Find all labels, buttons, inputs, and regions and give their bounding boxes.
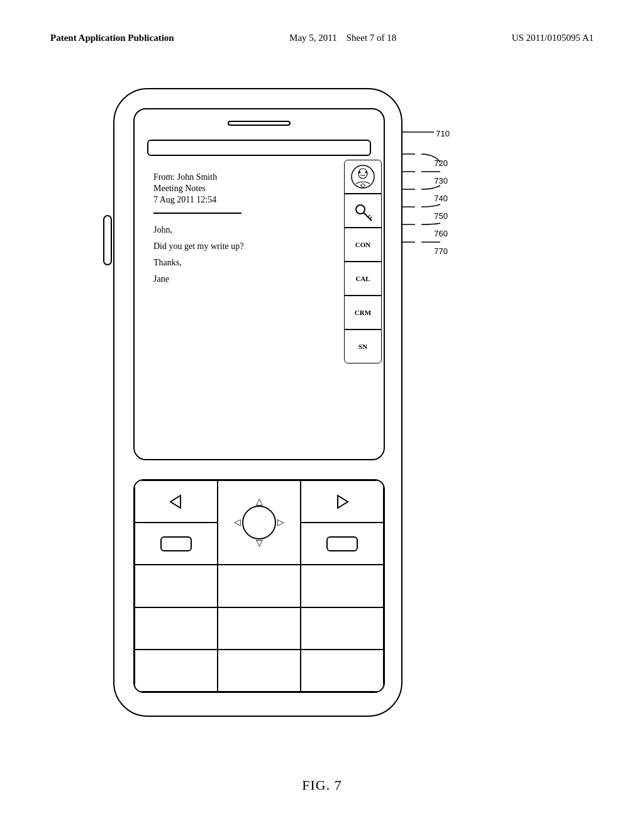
email-from: From: John Smith <box>153 172 317 182</box>
con-label: CON <box>355 241 370 248</box>
key-5-2[interactable] <box>218 650 301 692</box>
key-3-1[interactable] <box>135 565 218 607</box>
avatar-icon-cell[interactable] <box>344 160 382 194</box>
dpad-up-arrow: △ <box>256 497 263 506</box>
dpad: △ ▽ ◁ ▷ <box>234 497 284 548</box>
crm-label: CRM <box>355 309 371 316</box>
key-5-3[interactable] <box>301 650 384 692</box>
svg-line-14 <box>370 217 372 219</box>
email-body-2: Did you get my write up? <box>153 241 317 252</box>
email-content: From: John Smith Meeting Notes 7 Aug 201… <box>153 172 317 290</box>
key-5-1[interactable] <box>135 650 218 692</box>
svg-point-8 <box>358 169 367 179</box>
date-sheet-info: May 5, 2011 Sheet 7 of 18 <box>289 33 396 43</box>
phone-screen: From: John Smith Meeting Notes 7 Aug 201… <box>133 108 385 460</box>
svg-line-13 <box>368 215 370 217</box>
email-body-3: Thanks, <box>153 258 317 268</box>
crm-button[interactable]: CRM <box>344 296 382 329</box>
key-icon-cell[interactable] <box>344 194 382 228</box>
key-4-1[interactable] <box>135 607 218 650</box>
dpad-left-arrow: ◁ <box>234 518 241 527</box>
patent-header: Patent Application Publication May 5, 20… <box>0 33 644 43</box>
side-panel: CON CAL CRM SN <box>341 160 385 363</box>
phone-diagram: From: John Smith Meeting Notes 7 Aug 201… <box>113 88 428 748</box>
key-svg <box>352 199 374 222</box>
soft-left-key <box>160 536 192 551</box>
patent-number: US 2011/0105095 A1 <box>512 33 594 43</box>
email-date: 7 Aug 2011 12:54 <box>153 195 317 205</box>
ref-720-label: 720 <box>434 158 448 168</box>
soft-left-button[interactable] <box>135 523 218 565</box>
ref-730-label: 730 <box>434 176 448 185</box>
avatar-svg <box>350 163 376 190</box>
right-nav-icon <box>333 492 352 511</box>
email-divider <box>153 213 242 214</box>
publication-label: Patent Application Publication <box>50 33 174 43</box>
email-body-1: John, <box>153 225 317 235</box>
svg-point-10 <box>365 172 367 174</box>
nav-left-button[interactable] <box>135 480 218 523</box>
sn-label: SN <box>358 343 367 350</box>
ref-750-label: 750 <box>434 211 448 221</box>
svg-marker-16 <box>338 495 348 508</box>
dpad-down-arrow: ▽ <box>256 539 263 548</box>
ref-770-label: 770 <box>434 246 448 256</box>
soft-right-key <box>326 536 358 551</box>
cal-label: CAL <box>355 275 370 282</box>
con-button[interactable]: CON <box>344 228 382 262</box>
soft-right-button[interactable] <box>301 523 384 565</box>
svg-point-9 <box>359 172 361 174</box>
dpad-container[interactable]: △ ▽ ◁ ▷ <box>218 480 301 565</box>
left-nav-icon <box>167 492 186 511</box>
sn-button[interactable]: SN <box>344 329 382 363</box>
dpad-right-arrow: ▷ <box>277 518 284 527</box>
dpad-circle <box>242 506 276 540</box>
ref-760-label: 760 <box>434 229 448 238</box>
ref-710-label: 710 <box>436 129 450 138</box>
phone-keypad: △ ▽ ◁ ▷ <box>133 479 385 693</box>
url-bar[interactable] <box>147 140 371 156</box>
email-body-4: Jane <box>153 274 317 284</box>
cal-button[interactable]: CAL <box>344 262 382 296</box>
ref-740-label: 740 <box>434 194 448 203</box>
speaker-bar <box>228 121 291 126</box>
key-3-3[interactable] <box>301 565 384 607</box>
key-4-3[interactable] <box>301 607 384 650</box>
phone-body: From: John Smith Meeting Notes 7 Aug 201… <box>113 88 402 717</box>
svg-point-11 <box>356 205 365 214</box>
volume-button[interactable] <box>103 215 112 265</box>
svg-marker-15 <box>170 495 180 508</box>
nav-right-button[interactable] <box>301 480 384 523</box>
key-4-2[interactable] <box>218 607 301 650</box>
figure-caption: FIG. 7 <box>302 777 341 794</box>
key-3-2[interactable] <box>218 565 301 607</box>
email-subject: Meeting Notes <box>153 184 317 194</box>
